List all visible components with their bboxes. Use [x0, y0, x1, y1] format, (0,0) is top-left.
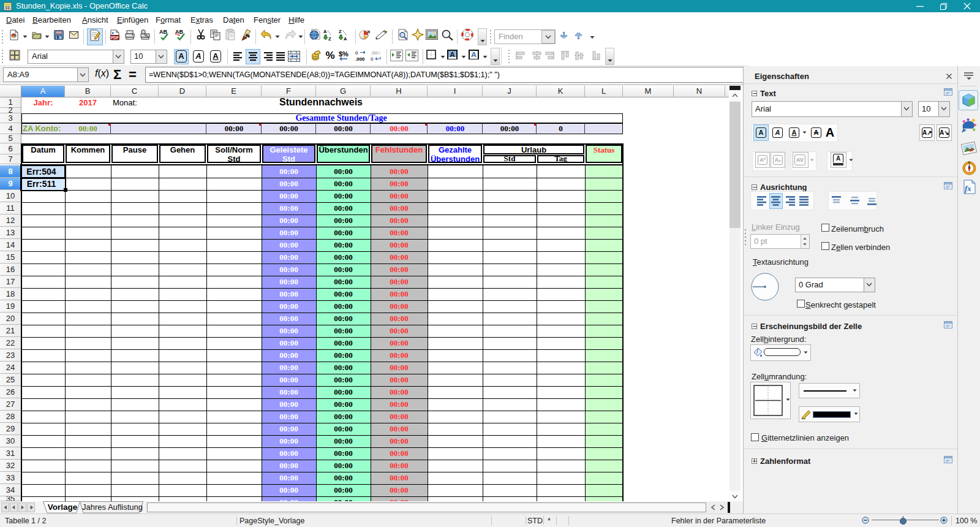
svg-text:Z: Z — [339, 29, 342, 34]
svg-text:$%: $% — [339, 50, 349, 58]
svg-text:fx: fx — [965, 184, 971, 193]
svg-text:Z: Z — [328, 36, 331, 40]
svg-text:.000: .000 — [355, 56, 365, 62]
svg-text:0: 0 — [371, 56, 374, 62]
svg-text:N: N — [968, 161, 971, 164]
svg-text:A: A — [344, 36, 347, 40]
svg-text:.000: .000 — [371, 50, 380, 56]
svg-text:A: A — [323, 29, 327, 34]
svg-text:PDF: PDF — [111, 36, 119, 40]
svg-text:0: 0 — [355, 50, 358, 56]
svg-text:AB: AB — [159, 29, 167, 35]
